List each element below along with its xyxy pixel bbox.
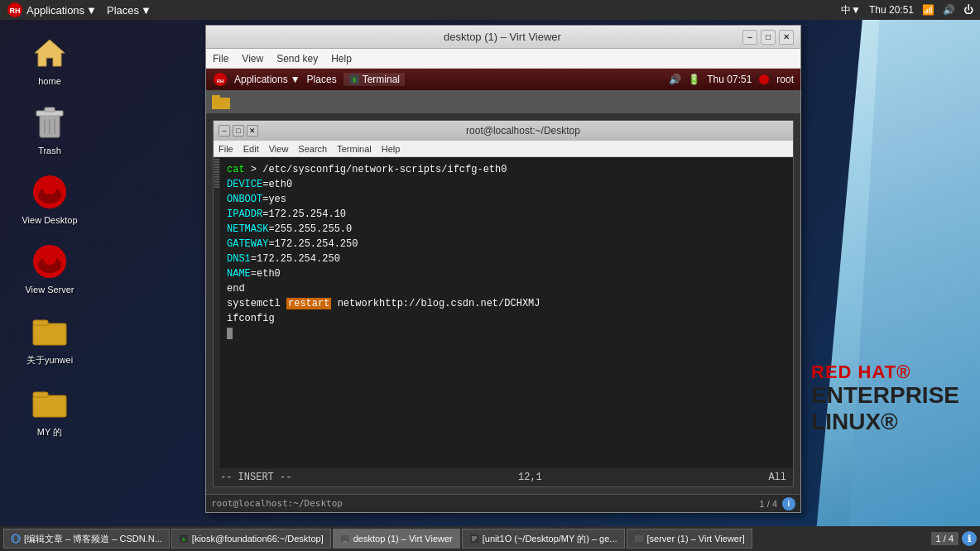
vm-applications-menu[interactable]: Applications ▼ — [234, 74, 300, 85]
vm-path: root@localhost:~/Desktop — [211, 498, 343, 509]
redhat-brand-name: RED HAT® — [811, 362, 959, 383]
desktop-icon-view-server[interactable]: View Server — [17, 242, 83, 295]
vm-terminal-title: root@localhost:~/Desktop — [258, 125, 788, 137]
svg-rect-31 — [343, 541, 347, 543]
vm-info-button[interactable]: i — [782, 497, 795, 510]
term-line-5: NETMASK=255.255.255.0 — [227, 222, 786, 237]
time-display: Thu 20:51 — [869, 4, 914, 16]
places-arrow: ▼ — [141, 4, 151, 17]
bottom-taskbar: [编辑文章 – 博客频道 – CSDN.N... $ [kiosk@founda… — [0, 526, 980, 551]
vm-term-menu-edit[interactable]: Edit — [243, 144, 259, 154]
taskbar-item-virt1[interactable]: desktop (1) – Virt Viewer — [333, 529, 460, 549]
applications-menu[interactable]: Applications ▼ — [26, 4, 97, 17]
vm-page-indicator: 1 / 4 — [760, 499, 777, 509]
terminal-small-icon: $ — [348, 74, 360, 85]
view-server-label: View Server — [25, 285, 74, 295]
svg-point-14 — [43, 252, 56, 265]
input-indicator[interactable]: 中▼ — [841, 3, 861, 17]
svg-marker-2 — [35, 40, 65, 66]
vm-term-maximize-btn[interactable]: □ — [233, 125, 244, 137]
vm-user: root — [776, 74, 794, 85]
virt-menubar: File View Send key Help — [206, 49, 800, 69]
vm-sound-icon: 🔊 — [669, 74, 681, 85]
virt-menu-file[interactable]: File — [213, 53, 228, 65]
taskbar-item-server[interactable]: [server (1) – Virt Viewer] — [627, 529, 752, 549]
vm-term-menu-search[interactable]: Search — [298, 144, 327, 154]
vm-places-menu[interactable]: Places — [307, 74, 337, 85]
desktop-icon-my[interactable]: MY 的 — [17, 383, 83, 438]
desktop-icon-view-desktop[interactable]: View Desktop — [17, 172, 83, 225]
taskbar-item-kiosk[interactable]: $ [kiosk@foundation66:~/Desktop] — [171, 529, 331, 549]
vm-guest-bar-left: RH Applications ▼ Places $ Terminal — [213, 72, 405, 87]
virt-maximize-button[interactable]: □ — [761, 30, 776, 45]
virt-menu-view[interactable]: View — [242, 53, 263, 65]
vm-terminal-content[interactable]: cat > /etc/sysconfig/network-scripts/ifc… — [220, 157, 793, 468]
term-line-7: DNS1=172.25.254.250 — [227, 252, 786, 266]
view-desktop-icon — [30, 172, 70, 212]
vim-scroll: All — [768, 472, 786, 483]
vm-redhat-icon: RH — [213, 72, 228, 87]
taskbar-page: 1 / 4 — [931, 532, 958, 545]
vim-position: 12,1 — [518, 472, 542, 483]
about-yunwei-label: 关于yunwei — [26, 354, 73, 367]
desktop-icon-about-yunwei[interactable]: 关于yunwei — [17, 311, 83, 367]
vm-left-indicators — [214, 157, 220, 468]
term-line-6: GATEWAY=172.25.254.250 — [227, 237, 786, 252]
vm-terminal-statusbar: -- INSERT -- 12,1 All — [214, 468, 793, 486]
browser-icon — [11, 534, 21, 544]
view-server-icon — [30, 242, 70, 281]
taskbar-item-blog[interactable]: [编辑文章 – 博客频道 – CSDN.N... — [3, 529, 170, 549]
taskbar-info-icon: ℹ — [968, 534, 971, 544]
virt-minimize-button[interactable]: – — [742, 30, 757, 45]
places-menu[interactable]: Places ▼ — [107, 4, 151, 17]
taskbar-virt1-label: desktop (1) – Virt Viewer — [353, 534, 453, 544]
svg-rect-30 — [341, 535, 349, 542]
server-icon-sm — [634, 534, 644, 544]
vm-guest-bar-right: 🔊 🔋 Thu 07:51 root — [669, 74, 794, 85]
taskbar-server-label: [server (1) – Virt Viewer] — [647, 534, 745, 544]
top-system-bar: RH Applications ▼ Places ▼ 中▼ Thu 20:51 … — [0, 0, 980, 20]
svg-rect-5 — [45, 108, 55, 112]
vm-terminal-controls: – □ ✕ — [219, 125, 258, 137]
vm-guest-topbar: RH Applications ▼ Places $ Terminal — [206, 69, 800, 90]
vm-info-icon: i — [788, 499, 790, 508]
virt-icon-sm — [340, 534, 350, 544]
taskbar-item-unit1[interactable]: [unit1O (~/Desktop/MY 的) – ge... — [462, 529, 625, 549]
virt-menu-sendkey[interactable]: Send key — [276, 53, 318, 65]
applications-arrow: ▼ — [86, 4, 97, 17]
top-bar-left-section: RH Applications ▼ Places ▼ — [7, 2, 151, 18]
vm-terminal-titlebar: – □ ✕ root@localhost:~/Desktop — [214, 121, 793, 141]
virt-menu-help[interactable]: Help — [331, 53, 352, 65]
vm-terminal-label: Terminal — [363, 74, 400, 85]
virt-titlebar: desktop (1) – Virt Viewer – □ ✕ — [206, 26, 800, 49]
taskbar-kiosk-label: [kiosk@foundation66:~/Desktop] — [192, 534, 324, 544]
vm-term-menu-view[interactable]: View — [269, 144, 289, 154]
desktop-icon-trash[interactable]: Trash — [17, 103, 83, 156]
my-icon — [30, 383, 70, 423]
term-line-8: NAME=eth0 — [227, 266, 786, 281]
svg-rect-18 — [33, 392, 48, 397]
vm-terminal-menu[interactable]: $ Terminal — [343, 73, 405, 86]
vm-battery-icon: 🔋 — [688, 74, 700, 85]
term-line-2: DEVICE=eth0 — [227, 177, 786, 192]
wifi-icon: 📶 — [922, 4, 934, 16]
vm-term-minimize-btn[interactable]: – — [219, 125, 230, 137]
trash-icon — [30, 103, 70, 142]
vm-term-menu-terminal[interactable]: Terminal — [337, 144, 372, 154]
svg-rect-16 — [33, 320, 48, 325]
term-line-3: ONBOOT=yes — [227, 192, 786, 207]
redhat-enterprise-label: ENTERPRISE — [811, 383, 959, 409]
vm-term-menu-help[interactable]: Help — [382, 144, 401, 154]
virt-window-controls: – □ ✕ — [742, 30, 794, 45]
desktop-icon-home[interactable]: home — [17, 33, 83, 86]
svg-rect-25 — [212, 95, 220, 98]
taskbar-info-button[interactable]: ℹ — [962, 531, 977, 546]
power-icon[interactable]: ⏻ — [963, 4, 973, 16]
vm-term-close-btn[interactable]: ✕ — [247, 125, 258, 137]
sound-icon: 🔊 — [943, 4, 955, 16]
taskbar-items: [编辑文章 – 博客频道 – CSDN.N... $ [kiosk@founda… — [3, 529, 752, 549]
vm-term-menu-file[interactable]: File — [219, 144, 233, 154]
virt-close-button[interactable]: ✕ — [779, 30, 794, 45]
view-desktop-label: View Desktop — [22, 215, 77, 225]
virt-viewer-window: desktop (1) – Virt Viewer – □ ✕ File Vie… — [205, 25, 801, 513]
